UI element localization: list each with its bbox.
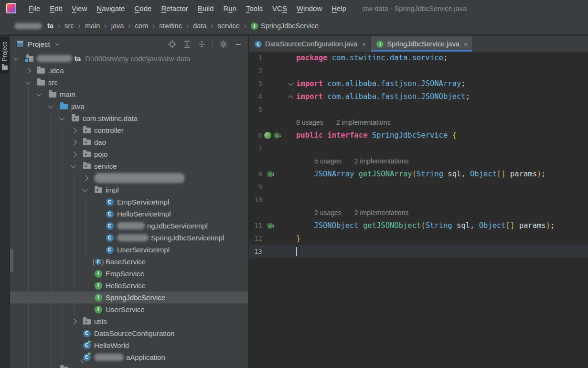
menu-refactor[interactable]: Refactor <box>156 0 193 17</box>
menu-code[interactable]: Code <box>130 0 157 17</box>
expand-all-icon[interactable] <box>182 40 191 48</box>
tree-item-helloserviceimpl[interactable]: CHelloServiceImpl <box>10 208 248 220</box>
code-line-13[interactable]: 13 <box>249 245 588 258</box>
breadcrumb-item-data[interactable]: data <box>193 22 206 30</box>
breadcrumb-item-springjdbcservice[interactable]: ISpringJdbcService <box>251 22 319 30</box>
close-icon[interactable]: × <box>464 40 468 48</box>
tree-item-helloworld[interactable]: CHelloWorld <box>10 339 248 351</box>
code-line-3[interactable]: 3import com.alibaba.fastjson.JSONArray; <box>249 77 588 90</box>
code-line-2[interactable]: 2 <box>249 65 588 77</box>
tree-item-resources[interactable]: resources <box>10 363 248 368</box>
breadcrumb-item-stwitinc[interactable]: stwitinc <box>159 22 182 30</box>
menu-run[interactable]: Run <box>218 0 241 17</box>
usages-hint[interactable]: 8 usages <box>296 119 323 126</box>
breadcrumb-item-src[interactable]: src <box>64 22 74 30</box>
tree-item-ngjdbcserviceimpl[interactable]: CngJdbcServiceImpl <box>10 220 248 232</box>
usages-hint[interactable]: 2 usages <box>314 209 342 216</box>
code-line-4[interactable]: 4import com.alibaba.fastjson.JSONObject; <box>249 90 588 103</box>
fold-marker-icon[interactable] <box>289 90 292 103</box>
breadcrumb-item-service[interactable]: service <box>218 22 240 30</box>
project-panel-title[interactable]: Project <box>28 40 50 48</box>
tree-item-springjdbcservice[interactable]: ISpringJdbcService <box>10 292 248 303</box>
tree-item-empservice[interactable]: IEmpService <box>10 268 248 280</box>
project-stripe-tab[interactable]: Project <box>0 37 9 74</box>
settings-icon[interactable] <box>219 40 227 48</box>
menu-navigate[interactable]: Navigate <box>92 0 129 17</box>
code-line-5[interactable]: 5 <box>249 103 588 116</box>
tree-item-utils[interactable]: utils <box>10 315 248 327</box>
code-line-12[interactable]: 12} <box>249 232 588 245</box>
code-line-6[interactable]: 6↓↓public interface SpringJdbcService { <box>249 129 588 142</box>
code-line-10[interactable]: 10 <box>249 194 588 206</box>
menu-vcs[interactable]: VCS <box>267 0 292 17</box>
implementations-hint[interactable]: 2 implementations <box>336 119 391 126</box>
code-line-7[interactable]: 7 <box>249 142 588 155</box>
tree-item-controller[interactable]: controller <box>10 124 248 136</box>
implementations-hint[interactable]: 2 implementations <box>354 157 409 165</box>
menu-tools[interactable]: Tools <box>241 0 267 17</box>
menu-view[interactable]: View <box>67 0 92 17</box>
chevron-down-icon[interactable] <box>83 189 94 191</box>
breadcrumb-item-main[interactable]: main <box>85 22 100 30</box>
code-line-11[interactable]: 11↓↓ JSONObject getJSONObject(String sql… <box>249 219 588 232</box>
breadcrumb-item-ta[interactable]: ta <box>14 22 53 30</box>
code-line-8[interactable]: 8↓↓ JSONArray getJSONArray(String sql, O… <box>249 168 588 181</box>
menu-build[interactable]: Build <box>193 0 218 17</box>
chevron-down-icon[interactable] <box>37 93 48 96</box>
tab-datasourceconfiguration.java[interactable]: CDataSourceConfiguration.java× <box>249 36 371 52</box>
tree-item-springjdbcserviceimpl[interactable]: CSpringJdbcServiceImpl <box>10 232 248 244</box>
chevron-down-icon[interactable] <box>56 43 59 45</box>
chevron-down-icon[interactable] <box>49 105 60 108</box>
locate-icon[interactable] <box>168 40 176 48</box>
intellij-logo-icon[interactable] <box>6 3 16 13</box>
menu-file[interactable]: File <box>24 0 45 17</box>
chevron-right-icon[interactable] <box>72 141 83 144</box>
tree-item-empserviceimpl[interactable]: CEmpServiceImpl <box>10 196 248 208</box>
tree-item-impl[interactable]: impl <box>10 184 248 196</box>
implemented-marker-icon[interactable]: ↓↓ <box>274 132 282 139</box>
collapse-all-icon[interactable] <box>197 40 206 48</box>
implemented-marker-icon[interactable]: ↓↓ <box>267 171 275 177</box>
tree-item-com.stwitinc.data[interactable]: com.stwitinc.data <box>10 112 248 124</box>
usages-hint[interactable]: 5 usages <box>314 157 342 165</box>
tree-item-src[interactable]: src <box>10 76 248 88</box>
tree-item-helloservice[interactable]: IHelloService <box>10 280 248 292</box>
tree-item-ta[interactable]: taD:\000stw\my code\java\stw-data <box>10 53 248 65</box>
tree-item-java[interactable]: java <box>10 100 248 112</box>
code-line-1[interactable]: 1package com.stwitinc.data.service; <box>249 52 588 65</box>
hide-icon[interactable] <box>234 40 242 48</box>
code-line-9[interactable]: 9 <box>249 181 588 194</box>
tree-item-userserviceimpl[interactable]: CUserServiceImpl <box>10 244 248 256</box>
tree-item-aapplication[interactable]: CaApplication <box>10 351 248 363</box>
tree-item-baseservice[interactable]: (C)BaseService <box>10 256 248 268</box>
close-icon[interactable]: × <box>362 40 366 48</box>
chevron-down-icon[interactable] <box>72 165 83 167</box>
scrollbar-thumb[interactable] <box>10 249 13 272</box>
chevron-right-icon[interactable] <box>83 176 94 180</box>
tree-item-redacted[interactable] <box>10 172 248 184</box>
tree-item-pojo[interactable]: pojo <box>10 148 248 160</box>
chevron-right-icon[interactable] <box>72 320 83 324</box>
implementations-hint[interactable]: 2 implementations <box>354 209 409 216</box>
tree-item-service[interactable]: service <box>10 160 248 172</box>
chevron-right-icon[interactable] <box>72 129 83 132</box>
implemented-marker-icon[interactable]: ↓↓ <box>267 223 275 229</box>
tree-item-dao[interactable]: dao <box>10 136 248 148</box>
chevron-down-icon[interactable] <box>60 117 71 119</box>
code-area[interactable]: 1package com.stwitinc.data.service;23imp… <box>249 52 588 368</box>
fold-marker-icon[interactable] <box>289 77 292 90</box>
tree-item-.idea[interactable]: .idea <box>10 65 248 76</box>
tree-item-userservice[interactable]: IUserService <box>10 303 248 315</box>
menu-window[interactable]: Window <box>292 0 327 17</box>
tab-springjdbcservice.java[interactable]: ISpringJdbcService.java× <box>371 36 472 52</box>
tree-item-datasourceconfiguration[interactable]: CDataSourceConfiguration <box>10 327 248 339</box>
menu-edit[interactable]: Edit <box>45 0 67 17</box>
chevron-right-icon[interactable] <box>26 69 37 73</box>
breadcrumb-item-java[interactable]: java <box>111 22 124 30</box>
chevron-down-icon[interactable] <box>26 81 37 84</box>
chevron-right-icon[interactable] <box>72 152 83 156</box>
breadcrumb-item-com[interactable]: com <box>135 22 148 30</box>
tree-item-main[interactable]: main <box>10 88 248 100</box>
menu-help[interactable]: Help <box>327 0 351 17</box>
spring-bean-icon[interactable] <box>264 132 271 139</box>
